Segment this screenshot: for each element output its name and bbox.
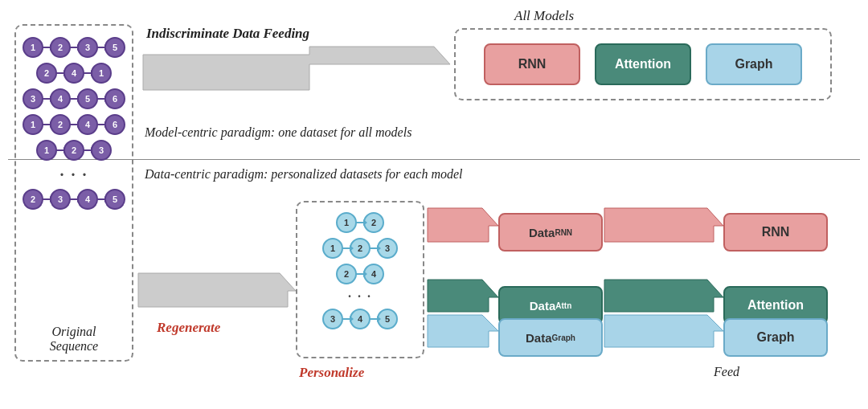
seq-node: 4 <box>77 189 98 210</box>
feed-label: Feed <box>714 365 739 379</box>
seq-node: 2 <box>23 189 43 210</box>
seq-node: 4 <box>50 88 71 109</box>
regen-node: 3 <box>322 309 343 329</box>
seq-node: 2 <box>36 63 57 84</box>
seq-row-3: 3 4 5 6 <box>23 88 125 109</box>
seq-node: 5 <box>104 189 125 210</box>
regen-row-3: 2 4 <box>336 264 384 284</box>
model-attention-top: Attention <box>595 43 691 85</box>
seq-node: 2 <box>50 114 71 135</box>
seq-row-4: 1 2 4 6 <box>23 114 125 135</box>
data-rnn-box: DataRNN <box>498 213 603 252</box>
svg-marker-5 <box>138 273 296 307</box>
orig-seq-box: 1 2 3 5 2 4 1 3 4 5 6 1 <box>14 24 133 362</box>
svg-marker-10 <box>604 280 723 312</box>
seq-node: 6 <box>104 88 125 109</box>
data-attn-sub: Attn <box>555 301 571 310</box>
seq-node: 5 <box>77 88 98 109</box>
regen-row-2: 1 2 3 <box>322 238 398 259</box>
seq-node: 3 <box>23 88 43 109</box>
data-graph-box: DataGraph <box>498 318 603 357</box>
regen-box: 1 2 1 2 3 2 4 · · · 3 4 5 <box>296 201 424 358</box>
seq-node: 6 <box>104 114 125 135</box>
model-graph-bottom: Graph <box>723 318 828 357</box>
seq-dots: · · · <box>60 166 88 184</box>
seq-row-5: 1 2 3 <box>36 140 112 161</box>
regen-arrow <box>370 247 378 249</box>
regenerate-label: Regenerate <box>157 320 220 336</box>
seq-row-6: 2 3 4 5 <box>23 189 125 210</box>
orig-seq-label: OriginalSequence <box>50 325 98 354</box>
regen-node: 2 <box>336 264 357 284</box>
indiscriminate-label: Indiscriminate Data Feeding <box>146 26 309 42</box>
svg-marker-8 <box>428 315 498 347</box>
h-divider <box>8 159 860 160</box>
model-rnn-bottom: RNN <box>723 213 828 252</box>
model-graph-top: Graph <box>706 43 802 85</box>
seq-row-1: 1 2 3 5 <box>23 37 125 58</box>
seq-node: 1 <box>36 140 57 161</box>
seq-row-2: 2 4 1 <box>36 63 112 84</box>
seq-node: 3 <box>77 37 98 58</box>
seq-node: 1 <box>23 114 43 135</box>
regen-row-4: 3 4 5 <box>322 309 398 329</box>
svg-marker-7 <box>428 280 498 312</box>
seq-node: 3 <box>50 189 71 210</box>
model-rnn-top: RNN <box>484 43 580 85</box>
all-models-box: RNN Attention Graph <box>454 28 832 100</box>
seq-node: 1 <box>91 63 112 84</box>
seq-node: 2 <box>50 37 71 58</box>
svg-marker-11 <box>604 315 723 347</box>
regen-dots: · · · <box>348 289 372 304</box>
seq-node: 2 <box>63 140 84 161</box>
all-models-label: All Models <box>514 8 574 24</box>
regen-arrow <box>356 273 364 275</box>
regen-arrow <box>342 247 350 249</box>
diagram-container: All Models Indiscriminate Data Feeding R… <box>0 0 868 409</box>
svg-marker-4 <box>143 47 450 90</box>
data-rnn-sub: RNN <box>555 228 572 237</box>
data-graph-sub: Graph <box>552 333 575 342</box>
svg-marker-9 <box>604 208 723 242</box>
regen-row-1: 1 2 <box>336 212 384 233</box>
seq-node: 4 <box>77 114 98 135</box>
regen-arrow <box>342 318 350 320</box>
regen-node: 1 <box>336 212 357 233</box>
data-centric-label: Data-centric paradigm: personalized data… <box>145 167 463 182</box>
seq-node: 1 <box>23 37 43 58</box>
seq-node: 5 <box>104 37 125 58</box>
svg-marker-6 <box>428 208 498 242</box>
regen-arrow <box>370 318 378 320</box>
personalize-label: Personalize <box>299 365 364 381</box>
regen-node: 1 <box>322 238 343 259</box>
regen-arrow <box>356 222 364 223</box>
seq-node: 3 <box>91 140 112 161</box>
seq-node: 4 <box>63 63 84 84</box>
model-centric-label: Model-centric paradigm: one dataset for … <box>145 125 411 140</box>
